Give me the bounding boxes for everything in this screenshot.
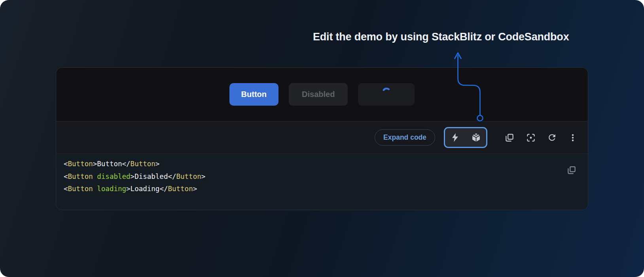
code-token: >	[131, 173, 135, 180]
demo-disabled-button[interactable]: Disabled	[289, 83, 348, 106]
code-token: <	[64, 160, 68, 168]
refresh-demo-button[interactable]	[547, 133, 557, 142]
edit-online-highlight-group	[444, 127, 487, 148]
code-token: <	[64, 173, 68, 180]
more-actions-button[interactable]	[568, 133, 578, 142]
code-token: loading	[93, 185, 126, 193]
stackblitz-button[interactable]	[450, 133, 460, 142]
code-token: Button	[131, 160, 155, 168]
copy-code-button[interactable]	[504, 133, 515, 143]
code-token: >	[201, 173, 206, 180]
demo-loading-button[interactable]	[358, 83, 415, 106]
code-token: </	[159, 185, 168, 193]
code-token: Button	[168, 185, 193, 193]
lightning-icon	[450, 133, 460, 142]
copy-icon	[566, 165, 577, 175]
code-section: <Button>Button</Button><Button disabled>…	[56, 154, 588, 210]
arrowhead-up-icon	[455, 53, 461, 59]
code-block: <Button>Button</Button><Button disabled>…	[64, 158, 588, 195]
code-token: Button	[176, 173, 201, 180]
copy-source-button[interactable]	[566, 165, 577, 175]
code-token: >	[155, 160, 160, 168]
demo-card: Button Disabled Expand code	[56, 67, 588, 210]
standalone-focus-button[interactable]	[526, 133, 536, 143]
code-token: Button	[68, 160, 93, 168]
component-preview: Button Disabled	[56, 68, 588, 121]
code-token: </	[168, 173, 176, 180]
code-token: >	[93, 160, 97, 168]
page-background: Edit the demo by using StackBlitz or Cod…	[0, 0, 644, 277]
code-token: >	[126, 185, 131, 193]
cube-icon	[471, 133, 481, 142]
code-token: >	[193, 185, 197, 193]
code-line: <Button loading>Loading</Button>	[64, 183, 588, 195]
demo-toolbar: Expand code	[56, 121, 588, 154]
scan-icon	[526, 133, 536, 143]
code-token: disabled	[93, 173, 131, 180]
kebab-icon	[568, 133, 578, 142]
copy-icon	[504, 133, 515, 143]
code-token: Button	[68, 173, 93, 180]
code-line: <Button>Button</Button>	[64, 158, 588, 171]
code-line: <Button disabled>Disabled</Button>	[64, 171, 588, 183]
code-token: Button	[68, 185, 93, 193]
code-token: <	[64, 185, 68, 193]
codesandbox-button[interactable]	[471, 133, 481, 142]
refresh-icon	[547, 133, 557, 142]
annotation-title: Edit the demo by using StackBlitz or Cod…	[313, 31, 569, 43]
code-token: Button	[97, 160, 122, 168]
loading-spinner-icon	[379, 84, 394, 99]
code-token: Loading	[131, 185, 160, 193]
code-token: </	[122, 160, 131, 168]
expand-code-button[interactable]: Expand code	[375, 129, 435, 146]
demo-primary-button[interactable]: Button	[229, 83, 278, 106]
code-token: Disabled	[134, 173, 168, 180]
